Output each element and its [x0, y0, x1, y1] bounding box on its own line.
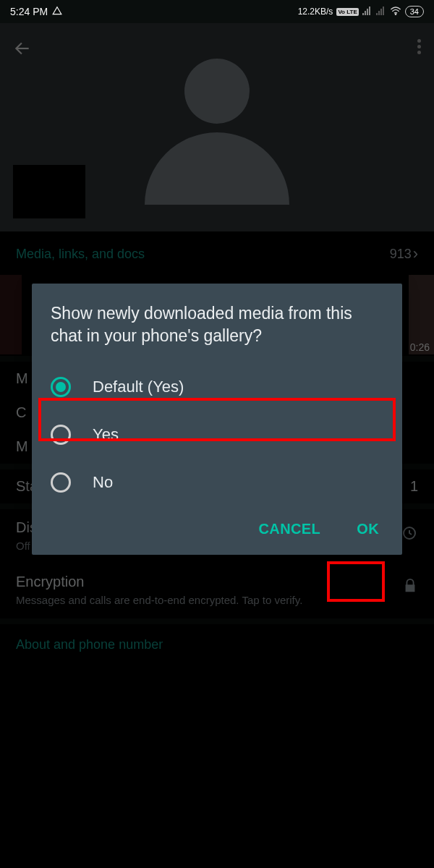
status-bar: 5:24 PM 12.2KB/s Vo LTE 34 [0, 0, 434, 23]
signal-icon [362, 7, 373, 17]
svg-point-0 [395, 14, 396, 14]
triangle-icon [52, 6, 62, 18]
status-time: 5:24 PM [10, 6, 48, 17]
signal-icon-2 [376, 7, 386, 17]
radio-option-no[interactable]: No [32, 459, 402, 506]
radio-unselected-icon [51, 425, 71, 445]
radio-selected-icon [51, 377, 71, 397]
media-visibility-dialog: Show newly downloaded media from this ch… [32, 284, 402, 555]
wifi-icon [390, 7, 401, 17]
status-speed: 12.2KB/s [298, 7, 333, 17]
ok-button[interactable]: OK [349, 516, 386, 542]
radio-option-yes[interactable]: Yes [32, 411, 402, 459]
volte-icon: Vo LTE [336, 8, 358, 16]
radio-unselected-icon [51, 472, 71, 493]
dialog-title: Show newly downloaded media from this ch… [32, 302, 402, 363]
radio-option-default[interactable]: Default (Yes) [32, 363, 402, 411]
battery-icon: 34 [405, 6, 424, 17]
cancel-button[interactable]: CANCEL [251, 516, 328, 542]
